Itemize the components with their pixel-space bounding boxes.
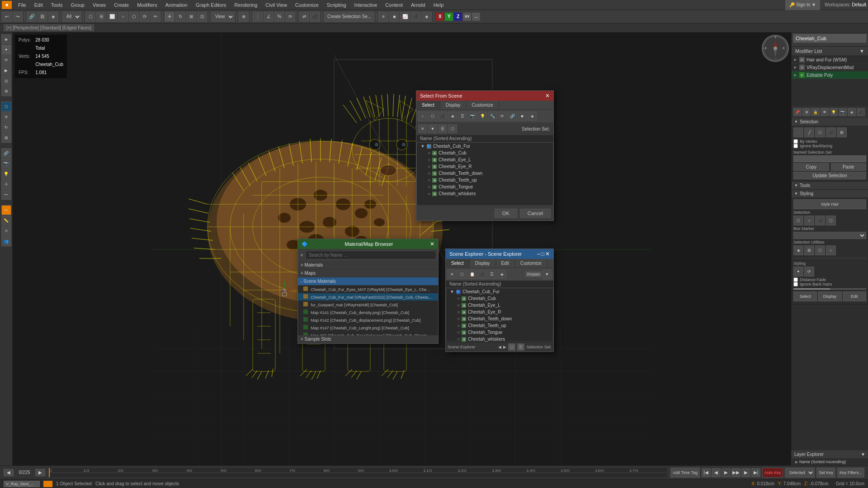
rect-select-btn[interactable]: ⬜ [107, 12, 117, 22]
z-axis-btn[interactable]: Z [454, 13, 462, 21]
modifier-item-editable-poly[interactable]: ► E Editable Poly [792, 71, 868, 79]
schematic-btn[interactable]: ⬛ [411, 12, 421, 22]
menu-customize[interactable]: Customize [292, 1, 322, 9]
util3-icon[interactable]: ⬡ [815, 245, 825, 255]
scene-tb-12[interactable]: ◈ [528, 112, 537, 121]
tree-item-6[interactable]: ○ ◈ Cheetah_Tongue [417, 183, 553, 190]
obj-name-input[interactable] [793, 34, 866, 42]
eye-icon[interactable]: 👁 [821, 108, 829, 116]
layer-tree-item[interactable]: ▶ Name (Sorted Ascending) [793, 459, 866, 465]
mat-panel-icon[interactable]: ⬛ [857, 108, 865, 116]
menu-arnold[interactable]: Arnold [407, 1, 429, 9]
play-btn[interactable]: ▶ [722, 468, 731, 477]
select-btn-bottom[interactable]: Select [793, 291, 817, 301]
se-edit-tab[interactable]: Edit [496, 259, 515, 267]
menu-views[interactable]: Views [89, 1, 109, 9]
sample-slots-section[interactable]: + Sample Slots [298, 335, 438, 343]
view-select[interactable]: ViewView [211, 12, 235, 22]
select-from-scene-titlebar[interactable]: Select From Scene ✕ [416, 91, 553, 101]
scene-cancel-btn[interactable]: Cancel [520, 209, 551, 218]
material-browser-close[interactable]: ✕ [430, 241, 434, 247]
paint-select-btn[interactable]: ✏ [151, 12, 160, 22]
curve-editor-btn[interactable]: 📈 [400, 12, 410, 22]
se-tree-item-2[interactable]: ○ ◈ Cheetah_Eye_L [446, 302, 553, 309]
browser-item-1[interactable]: Cheetah_Cub_Fur_mat (VRayFastSSS2) [Chee… [298, 293, 438, 301]
menu-animation[interactable]: Animation [162, 1, 191, 9]
util4-icon[interactable]: ○ [826, 245, 836, 255]
timeline-ruler[interactable]: 0 10 20 30 40 50 60 70 80 90 100 110 120… [49, 468, 667, 477]
select4-icon[interactable]: ⬡ [826, 216, 836, 225]
ignore-backfacing-checkbox[interactable] [793, 144, 798, 148]
menu-rendering[interactable]: Rendering [231, 1, 261, 9]
move-left-btn[interactable]: ✛ [1, 112, 11, 122]
yz-icon-btn[interactable]: ... [472, 13, 480, 21]
scene-tb-5[interactable]: ☰ [458, 112, 467, 121]
select-tab[interactable]: Select [416, 101, 440, 109]
auto-key-btn[interactable]: Auto Key [762, 468, 783, 478]
display-btn-bottom[interactable]: Display [818, 291, 841, 301]
menu-tools[interactable]: Tools [47, 1, 66, 9]
scene-explorer-close[interactable]: ✕ [545, 251, 550, 257]
se-display-tab[interactable]: Display [470, 259, 496, 267]
angle-snap-btn[interactable]: ∠ [264, 12, 274, 22]
edge-select-icon[interactable]: ╱ [804, 127, 814, 137]
lock-icon[interactable]: 🔒 [811, 108, 820, 116]
sign-in-btn[interactable]: 🔑 Sign In ▼ [785, 0, 820, 10]
menu-scripting[interactable]: Scripting [323, 1, 350, 9]
menu-create[interactable]: Create [110, 1, 132, 9]
tools-section-header[interactable]: ▼ Tools [792, 182, 868, 189]
select2-icon[interactable]: ○ [804, 216, 814, 225]
fence-select-btn[interactable]: ⬡ [129, 12, 139, 22]
materials-section[interactable]: + Materials [298, 261, 438, 269]
material-editor-btn[interactable]: ◈ [422, 12, 432, 22]
scene-tb-8[interactable]: 🔧 [488, 112, 497, 121]
se-tb-5[interactable]: ☰ [487, 270, 496, 279]
mirror-btn[interactable]: ⇌ [299, 12, 309, 22]
helper-left-btn[interactable]: ☩ [1, 179, 11, 189]
xy-axis-btn[interactable]: XY [463, 13, 471, 21]
align-btn[interactable]: ⬛ [310, 12, 320, 22]
select-from-scene-close[interactable]: ✕ [545, 93, 550, 99]
lasso-select-btn[interactable]: ⟳ [140, 12, 150, 22]
scene-tb-7[interactable]: 💡 [478, 112, 487, 121]
util1-icon[interactable]: ◈ [793, 245, 803, 255]
scene-tb-9[interactable]: ⟳ [498, 112, 507, 121]
timeline-right-btn[interactable]: ▶ [35, 469, 45, 476]
snap-toggle-btn[interactable]: ⋮ [253, 12, 263, 22]
poly-select-icon[interactable]: ⬛ [826, 127, 836, 137]
tree-item-2[interactable]: ○ ◈ Cheetah_Eye_L [417, 156, 553, 163]
scene-tb-4[interactable]: ◈ [448, 112, 457, 121]
element-select-icon[interactable]: ⊞ [837, 127, 847, 137]
select-move-btn[interactable]: ✛ [165, 12, 175, 22]
modifier-item-vray[interactable]: ► V VRayDisplacementMod [792, 64, 868, 71]
se-tb-6[interactable]: ◈ [497, 270, 506, 279]
browser-item-3[interactable]: Map #141 (Cheetah_Cub_density.png) [Chee… [298, 309, 438, 316]
se-icon2[interactable]: ☰ [517, 343, 524, 351]
se-tree-item-6[interactable]: ○ ◈ Cheetah_Tongue [446, 329, 553, 336]
util2-icon[interactable]: ⊞ [804, 245, 814, 255]
style1-icon[interactable]: ✦ [793, 267, 803, 277]
scene-tb-6[interactable]: 📷 [468, 112, 477, 121]
update-sel-btn[interactable]: Update Selection [793, 172, 866, 179]
menu-modifiers[interactable]: Modifiers [133, 1, 161, 9]
create-tool-btn[interactable]: ◈ [1, 34, 11, 44]
rotate-btn[interactable]: ↻ [175, 12, 185, 22]
undo-btn[interactable]: ↩ [2, 12, 12, 22]
motion-btn[interactable]: ▶ [1, 66, 11, 75]
add-time-tag-btn[interactable]: Add Time Tag [670, 468, 700, 478]
bind-to-space-warp-btn[interactable]: ◈ [48, 12, 58, 22]
tree-item-0[interactable]: ▼ 🔷 Cheetah_Cub_Fur [417, 143, 553, 150]
select3-icon[interactable]: ⬛ [815, 216, 825, 225]
ignore-back-hair-checkbox[interactable] [793, 282, 798, 286]
prev-frame-btn[interactable]: ◀ [712, 468, 721, 477]
se-tree-item-3[interactable]: ○ ◈ Cheetah_Eye_R [446, 309, 553, 315]
reactor-btn[interactable]: ⚛ [1, 226, 11, 236]
timeline-left-btn[interactable]: ◀ [4, 469, 14, 476]
crowd-btn[interactable]: 👥 [1, 236, 11, 246]
measure-btn[interactable]: 📏 [1, 216, 11, 225]
tree-item-7[interactable]: ○ ◈ Cheetah_whiskers [417, 190, 553, 197]
camera-panel-icon[interactable]: 📷 [839, 108, 847, 116]
browser-item-2[interactable]: fur_Guepard_mat (VRayHairMtl) [Cheetah_C… [298, 301, 438, 309]
layer-mgr-btn[interactable]: ≡ [378, 12, 388, 22]
utilities-btn[interactable]: ⚙ [1, 86, 11, 96]
